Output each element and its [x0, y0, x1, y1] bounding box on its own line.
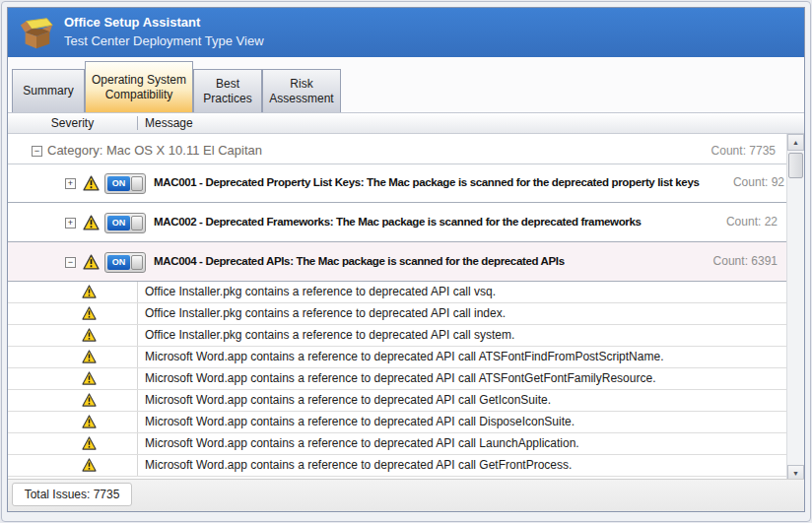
issue-row[interactable]: Microsoft Word.app contains a reference … — [8, 412, 787, 433]
warning-triangle-icon — [82, 350, 97, 363]
warning-triangle-icon — [82, 393, 97, 407]
app-window: Office Setup Assistant Test Center Deplo… — [7, 7, 805, 512]
warning-triangle-icon — [83, 175, 100, 191]
rule-count: Count: 6391 — [713, 242, 778, 281]
warning-triangle-icon — [82, 285, 97, 298]
severity-cell — [8, 282, 138, 302]
column-separator — [137, 116, 138, 130]
warning-triangle-icon — [83, 254, 100, 270]
warning-triangle-icon — [83, 215, 100, 230]
app-subtitle: Test Center Deployment Type View — [64, 33, 264, 48]
rule-toggle[interactable]: ON — [104, 213, 146, 233]
issue-row[interactable]: Microsoft Word.app contains a reference … — [8, 347, 787, 368]
issue-message: Microsoft Word.app contains a reference … — [145, 390, 783, 411]
severity-cell — [8, 368, 138, 389]
toggle-knob — [131, 176, 143, 191]
issue-message: Microsoft Word.app contains a reference … — [145, 433, 783, 454]
toggle-knob — [131, 216, 143, 230]
tab-operating-system-compatibility[interactable]: Operating System Compatibility — [85, 61, 193, 112]
issue-message: Microsoft Word.app contains a reference … — [145, 455, 783, 476]
rule-row-mac004[interactable]: − ON MAC004 - Deprecated APIs: The Mac p… — [8, 242, 787, 282]
category-count: Count: 7735 — [711, 138, 776, 163]
warning-triangle-icon — [82, 436, 97, 450]
category-row[interactable]: − Category: Mac OS X 10.11 El Capitan Co… — [8, 138, 787, 164]
tab-strip: Summary Operating System Compatibility B… — [8, 57, 804, 112]
tab-best-practices[interactable]: Best Practices — [193, 69, 262, 112]
toggle-on-label: ON — [107, 176, 130, 191]
issue-message: Office Installer.pkg contains a referenc… — [145, 325, 783, 346]
tab-risk-assessment[interactable]: Risk Assessment — [262, 69, 341, 112]
toggle-on-label: ON — [107, 255, 130, 270]
rule-toggle[interactable]: ON — [104, 173, 146, 194]
warning-triangle-icon — [82, 415, 97, 428]
severity-cell — [8, 390, 138, 411]
issue-message: Office Installer.pkg contains a referenc… — [145, 282, 783, 302]
severity-cell — [8, 347, 138, 367]
rule-toggle[interactable]: ON — [104, 252, 146, 273]
issue-message: Microsoft Word.app contains a reference … — [145, 347, 783, 367]
severity-cell — [8, 455, 138, 476]
issue-row[interactable]: Microsoft Word.app contains a reference … — [8, 455, 787, 477]
warning-triangle-icon — [82, 371, 97, 385]
expand-icon[interactable]: + — [65, 178, 76, 189]
warning-triangle-icon — [82, 328, 97, 342]
warning-triangle-icon — [82, 458, 97, 472]
issue-row[interactable]: Office Installer.pkg contains a referenc… — [8, 282, 787, 303]
window-frame: Office Setup Assistant Test Center Deplo… — [1, 1, 811, 522]
warning-triangle-icon — [82, 306, 97, 320]
issue-message: Microsoft Word.app contains a reference … — [145, 368, 783, 389]
toggle-knob — [131, 255, 143, 270]
severity-cell — [8, 325, 138, 346]
column-header-message[interactable]: Message — [145, 113, 193, 133]
total-issues-badge: Total Issues: 7735 — [12, 483, 132, 506]
severity-cell — [8, 412, 138, 432]
severity-cell — [8, 433, 138, 454]
scrollbar-thumb[interactable] — [788, 153, 803, 178]
tab-summary[interactable]: Summary — [12, 69, 85, 112]
issue-row[interactable]: Microsoft Word.app contains a reference … — [8, 433, 787, 455]
issue-row[interactable]: Office Installer.pkg contains a referenc… — [8, 303, 787, 325]
issue-row[interactable]: Microsoft Word.app contains a reference … — [8, 390, 787, 412]
rule-count: Count: 22 — [726, 203, 778, 241]
collapse-icon[interactable]: − — [65, 257, 76, 268]
app-title: Office Setup Assistant — [64, 15, 264, 30]
issue-row[interactable]: Microsoft Word.app contains a reference … — [8, 368, 787, 390]
rule-title: MAC002 - Deprecated Frameworks: The Mac … — [154, 203, 723, 241]
vertical-scrollbar[interactable]: ▲ ▼ — [786, 134, 804, 482]
rule-title: MAC001 - Deprecated Property List Keys: … — [154, 163, 723, 202]
results-grid: − Category: Mac OS X 10.11 El Capitan Co… — [8, 134, 804, 482]
rule-row-mac002[interactable]: + ON MAC002 - Deprecated Frameworks: The… — [8, 203, 787, 242]
open-package-box-icon — [18, 14, 55, 51]
column-header-severity[interactable]: Severity — [8, 113, 137, 133]
category-label: Category: Mac OS X 10.11 El Capitan — [47, 138, 262, 163]
expand-icon[interactable]: + — [65, 218, 76, 229]
rule-title: MAC004 - Deprecated APIs: The Mac packag… — [154, 242, 723, 281]
issue-message: Microsoft Word.app contains a reference … — [145, 412, 783, 432]
issue-row[interactable]: Office Installer.pkg contains a referenc… — [8, 325, 787, 347]
issue-message: Office Installer.pkg contains a referenc… — [145, 303, 783, 324]
rule-count: Count: 92 — [733, 163, 784, 202]
collapse-icon[interactable]: − — [32, 146, 42, 157]
status-bar: Total Issues: 7735 — [8, 479, 804, 511]
grid-column-header: Severity Message — [8, 112, 804, 134]
rule-row-mac001[interactable]: + ON MAC001 - Deprecated Property List K… — [8, 163, 787, 203]
severity-cell — [8, 303, 138, 324]
title-bar: Office Setup Assistant Test Center Deplo… — [8, 8, 804, 57]
scroll-up-icon[interactable]: ▲ — [787, 134, 804, 151]
toggle-on-label: ON — [107, 216, 130, 230]
